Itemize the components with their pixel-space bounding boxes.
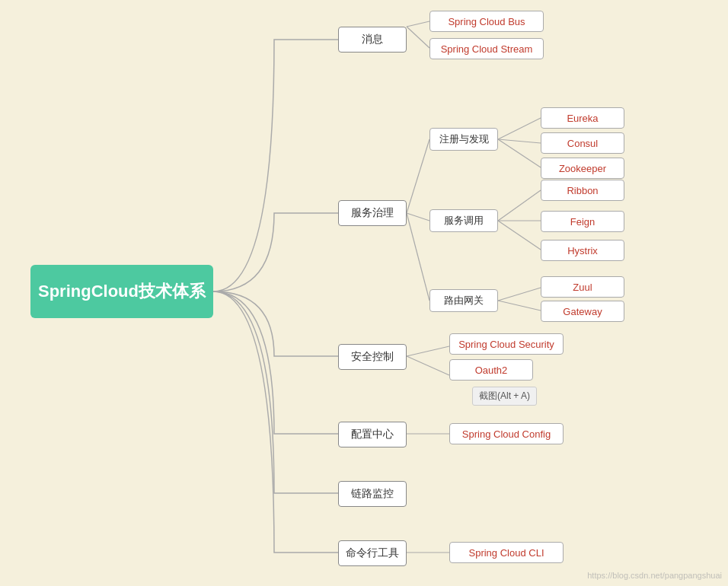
node-zhucefaxian-label: 注册与发现 [439,132,489,146]
root-node: SpringCloud技术体系 [30,265,213,318]
node-spring-cloud-security: Spring Cloud Security [449,333,564,355]
svg-line-1 [407,27,429,48]
node-luyouwangguan: 路由网关 [429,289,498,312]
node-peizhi-label: 配置中心 [351,428,394,441]
node-spring-cloud-stream: Spring Cloud Stream [429,38,544,59]
node-spring-cloud-config: Spring Cloud Config [449,423,564,444]
node-eureka-label: Eureka [567,113,598,124]
node-fuwudiaoyong-label: 服务调用 [444,214,484,228]
node-feign-label: Feign [570,216,595,228]
node-spring-cloud-bus: Spring Cloud Bus [429,11,544,32]
node-eureka: Eureka [541,107,624,129]
tooltip-screenshot: 截图(Alt + A) [472,387,537,406]
svg-line-13 [407,346,449,356]
node-feign: Feign [541,211,624,232]
node-spring-cloud-security-label: Spring Cloud Security [458,339,554,350]
node-zookeeper-label: Zookeeper [559,163,606,174]
node-hystrix-label: Hystrix [567,245,598,256]
node-zookeeper: Zookeeper [541,158,624,179]
node-peizhi: 配置中心 [338,422,407,447]
node-fuwuzhili-label: 服务治理 [351,206,394,220]
node-consul: Consul [541,132,624,154]
watermark: https://blog.csdn.net/pangpangshuai [587,571,722,580]
node-xiaxi: 消息 [338,27,407,53]
svg-line-12 [498,301,541,311]
node-oauth2: Oauth2 [449,359,533,381]
node-xiaxi-label: 消息 [362,33,383,46]
watermark-text: https://blog.csdn.net/pangpangshuai [587,571,722,580]
node-zuul: Zuul [541,276,624,298]
node-anquankongzhi-label: 安全控制 [351,350,394,364]
node-spring-cloud-cli-label: Spring Cloud CLI [469,547,544,559]
svg-line-6 [498,139,541,143]
node-spring-cloud-config-label: Spring Cloud Config [462,428,551,440]
node-anquankongzhi: 安全控制 [338,344,407,370]
node-spring-cloud-stream-label: Spring Cloud Stream [441,43,533,55]
node-lianlujianko-label: 链路监控 [351,487,394,501]
node-gateway: Gateway [541,301,624,322]
node-spring-cloud-bus-label: Spring Cloud Bus [448,16,525,27]
node-ribbon-label: Ribbon [567,185,598,196]
node-zuul-label: Zuul [573,282,592,293]
node-lianlujianko: 链路监控 [338,481,407,507]
mind-map: SpringCloud技术体系 消息 Spring Cloud Bus Spri… [0,0,728,586]
node-minglinghang-label: 命令行工具 [346,546,399,560]
svg-line-11 [498,288,541,301]
svg-line-4 [407,213,429,301]
svg-line-14 [407,356,449,375]
node-ribbon: Ribbon [541,180,624,201]
node-fuwuzhili: 服务治理 [338,200,407,226]
svg-line-8 [498,190,541,221]
tooltip-label: 截图(Alt + A) [479,390,530,401]
node-gateway-label: Gateway [563,306,602,317]
svg-line-7 [498,139,541,167]
root-label: SpringCloud技术体系 [38,280,206,303]
node-luyouwangguan-label: 路由网关 [444,294,484,307]
node-consul-label: Consul [567,138,598,149]
svg-line-3 [407,213,429,221]
svg-line-0 [407,21,429,27]
node-zhucefaxian: 注册与发现 [429,128,498,151]
node-hystrix: Hystrix [541,240,624,261]
node-fuwudiaoyong: 服务调用 [429,209,498,232]
node-spring-cloud-cli: Spring Cloud CLI [449,542,564,563]
svg-line-10 [498,221,541,250]
svg-line-5 [498,118,541,139]
node-minglinghang: 命令行工具 [338,540,407,566]
svg-line-2 [407,139,429,213]
node-oauth2-label: Oauth2 [475,365,508,376]
